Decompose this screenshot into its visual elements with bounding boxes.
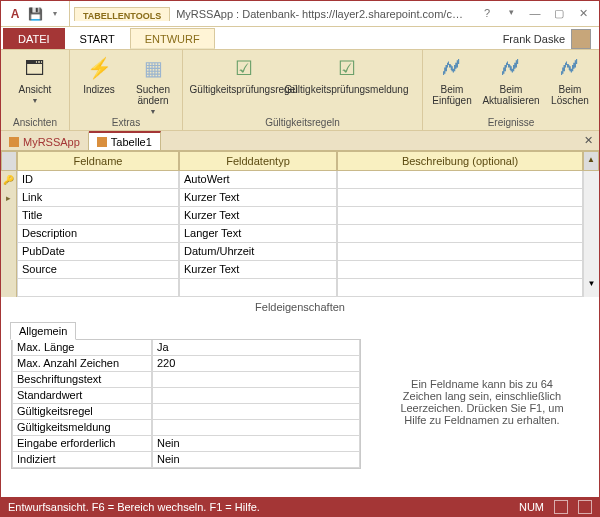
check-rule-icon: ☑ bbox=[230, 54, 258, 82]
user-account[interactable]: Frank Daske bbox=[503, 29, 599, 49]
row-selector[interactable]: 🔑 bbox=[1, 171, 17, 189]
tab-start[interactable]: START bbox=[65, 28, 130, 49]
col-beschreibung[interactable]: Beschreibung (optional) bbox=[337, 151, 583, 171]
cell-feldname[interactable]: Title bbox=[17, 207, 179, 225]
group-ereignisse: 🗲 Beim Einfügen 🗲 Beim Aktualisieren 🗲 B… bbox=[423, 50, 599, 130]
group-gueltigkeitsregeln: ☑ Gültigkeitsprüfungsregel ☑ Gültigkeits… bbox=[183, 50, 423, 130]
status-text: Entwurfsansicht. F6 = Bereich wechseln. … bbox=[8, 501, 260, 513]
suchen-label: Suchen ändern bbox=[130, 84, 176, 106]
access-icon: A bbox=[7, 6, 23, 22]
prop-tab-allgemein[interactable]: Allgemein bbox=[10, 322, 76, 340]
cell-felddatentyp[interactable]: Kurzer Text bbox=[179, 261, 337, 279]
cell-beschreibung[interactable] bbox=[337, 225, 583, 243]
prop-value[interactable] bbox=[152, 404, 360, 420]
ansicht-button[interactable]: 🗔 Ansicht ▼ bbox=[7, 54, 63, 106]
group-label: Gültigkeitsregeln bbox=[189, 117, 416, 130]
cell-feldname[interactable]: Description bbox=[17, 225, 179, 243]
prop-value[interactable]: Ja bbox=[152, 340, 360, 356]
cell-feldname[interactable]: ID bbox=[17, 171, 179, 189]
prop-key: Standardwert bbox=[12, 388, 152, 404]
cell-feldname[interactable]: Link bbox=[17, 189, 179, 207]
help-icon[interactable]: ? bbox=[479, 7, 495, 20]
row-selector[interactable] bbox=[1, 279, 17, 297]
maximize-icon[interactable]: ▢ bbox=[551, 7, 567, 20]
prop-value[interactable] bbox=[152, 372, 360, 388]
scrollbar[interactable] bbox=[583, 207, 599, 225]
group-ansichten: 🗔 Ansicht ▼ Ansichten bbox=[1, 50, 70, 130]
title-bar: A 💾 ▾ TABELLENTOOLS MyRSSApp : Datenbank… bbox=[1, 1, 599, 27]
scrollbar[interactable] bbox=[583, 225, 599, 243]
field-properties-label: Feldeigenschaften bbox=[1, 297, 599, 317]
cell-felddatentyp[interactable] bbox=[179, 279, 337, 297]
close-tab-icon[interactable]: ✕ bbox=[578, 131, 599, 150]
cell-felddatentyp[interactable]: AutoWert bbox=[179, 171, 337, 189]
doc-tab-label: Tabelle1 bbox=[111, 136, 152, 148]
beim-aktualisieren-button[interactable]: 🗲 Beim Aktualisieren bbox=[483, 54, 539, 106]
event-update-icon: 🗲 bbox=[497, 54, 525, 82]
document-tabs: MyRSSApp Tabelle1 ✕ bbox=[1, 131, 599, 151]
lightning-icon: ⚡ bbox=[85, 54, 113, 82]
cell-felddatentyp[interactable]: Datum/Uhrzeit bbox=[179, 243, 337, 261]
row-selector[interactable] bbox=[1, 243, 17, 261]
tab-entwurf[interactable]: ENTWURF bbox=[130, 28, 215, 49]
col-feldname[interactable]: Feldname bbox=[17, 151, 179, 171]
pruefungsmeldung-button[interactable]: ☑ Gültigkeitsprüfungsmeldung bbox=[292, 54, 402, 95]
cell-beschreibung[interactable] bbox=[337, 261, 583, 279]
prop-value[interactable]: 220 bbox=[152, 356, 360, 372]
save-icon[interactable]: 💾 bbox=[27, 6, 43, 22]
close-icon[interactable]: ✕ bbox=[575, 7, 591, 20]
ribbon-collapse-icon[interactable]: ▾ bbox=[503, 7, 519, 20]
cell-feldname[interactable] bbox=[17, 279, 179, 297]
col-felddatentyp[interactable]: Felddatentyp bbox=[179, 151, 337, 171]
cell-beschreibung[interactable] bbox=[337, 279, 583, 297]
cell-feldname[interactable]: Source bbox=[17, 261, 179, 279]
indizes-button[interactable]: ⚡ Indizes bbox=[76, 54, 122, 95]
doc-tab-label: MyRSSApp bbox=[23, 136, 80, 148]
prop-key: Indiziert bbox=[12, 452, 152, 468]
cell-beschreibung[interactable] bbox=[337, 207, 583, 225]
row-selector[interactable] bbox=[1, 207, 17, 225]
view-datasheet-icon[interactable] bbox=[554, 500, 568, 514]
cell-beschreibung[interactable] bbox=[337, 189, 583, 207]
scroll-up-icon[interactable]: ▲ bbox=[583, 151, 599, 171]
prop-value[interactable]: Nein bbox=[152, 436, 360, 452]
cell-feldname[interactable]: PubDate bbox=[17, 243, 179, 261]
scroll-down-icon[interactable]: ▼ bbox=[583, 279, 599, 297]
row-selector[interactable]: ▸ bbox=[1, 189, 17, 207]
prop-value[interactable]: Nein bbox=[152, 452, 360, 468]
scrollbar[interactable] bbox=[583, 189, 599, 207]
doc-tab-tabelle1[interactable]: Tabelle1 bbox=[89, 131, 161, 150]
beim-loeschen-button[interactable]: 🗲 Beim Löschen bbox=[547, 54, 593, 106]
cell-felddatentyp[interactable]: Kurzer Text bbox=[179, 189, 337, 207]
cell-beschreibung[interactable] bbox=[337, 243, 583, 261]
prop-key: Eingabe erforderlich bbox=[12, 436, 152, 452]
scrollbar[interactable] bbox=[583, 243, 599, 261]
group-label: Ereignisse bbox=[429, 117, 593, 130]
minimize-icon[interactable]: — bbox=[527, 7, 543, 20]
avatar bbox=[571, 29, 591, 49]
prop-value[interactable] bbox=[152, 420, 360, 436]
suchen-aendern-button[interactable]: ▦ Suchen ändern ▼ bbox=[130, 54, 176, 117]
status-num: NUM bbox=[519, 501, 544, 513]
qat-chevron-icon[interactable]: ▾ bbox=[47, 6, 63, 22]
pruefungsregel-button[interactable]: ☑ Gültigkeitsprüfungsregel bbox=[204, 54, 284, 95]
ansicht-label: Ansicht bbox=[19, 84, 52, 95]
row-selector[interactable] bbox=[1, 261, 17, 279]
prop-value[interactable] bbox=[152, 388, 360, 404]
cell-felddatentyp[interactable]: Langer Text bbox=[179, 225, 337, 243]
ribbon: 🗔 Ansicht ▼ Ansichten ⚡ Indizes ▦ Suchen… bbox=[1, 49, 599, 131]
property-sheet: Allgemein Max. LängeJaMax. Anzahl Zeiche… bbox=[11, 321, 361, 483]
row-selector-header[interactable] bbox=[1, 151, 17, 171]
regel-label: Gültigkeitsprüfungsregel bbox=[190, 84, 298, 95]
scrollbar[interactable] bbox=[583, 171, 599, 189]
beim-einfuegen-button[interactable]: 🗲 Beim Einfügen bbox=[429, 54, 475, 106]
cell-felddatentyp[interactable]: Kurzer Text bbox=[179, 207, 337, 225]
row-selector[interactable] bbox=[1, 225, 17, 243]
tab-datei[interactable]: DATEI bbox=[3, 28, 65, 49]
scrollbar[interactable] bbox=[583, 261, 599, 279]
einf-label: Beim Einfügen bbox=[429, 84, 475, 106]
cell-beschreibung[interactable] bbox=[337, 171, 583, 189]
view-design-icon[interactable] bbox=[578, 500, 592, 514]
prop-key: Beschriftungstext bbox=[12, 372, 152, 388]
doc-tab-myrssapp[interactable]: MyRSSApp bbox=[1, 131, 89, 150]
